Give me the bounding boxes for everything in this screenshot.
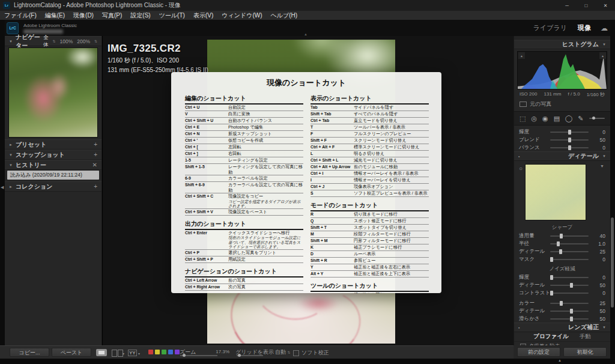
slider-track[interactable] [550,139,589,141]
slider-thumb[interactable] [570,317,573,321]
menu-item[interactable]: ウィンドウ(W) [217,11,266,20]
plus-icon[interactable]: + [94,141,97,148]
crop-overlay-icon[interactable]: ⬚ [520,115,526,123]
lens-tab-プロファイル[interactable]: プロファイル [533,333,568,341]
chevron-down-icon[interactable]: ▾ [123,351,124,356]
slider-track[interactable] [550,303,589,304]
left-collapse-arrow-icon[interactable]: ◀ [1,185,4,190]
lens-panel-header[interactable]: ▪ レンズ補正 ▼ [514,323,610,332]
slider-thumb[interactable] [559,249,562,254]
color-label-swatch[interactable] [155,350,160,354]
lens-tab-手動[interactable]: 手動 [580,333,591,341]
plus-icon[interactable]: + [94,183,97,190]
shortcuts-overlay-dialog[interactable]: 現像のショートカット 編集のショートカットCtrl + U自動設定V白黒に変換C… [171,72,441,293]
chevron-down-icon[interactable]: ▼ [600,164,604,168]
copy-button[interactable]: コピー... [10,348,49,357]
slider-thumb[interactable] [560,301,563,306]
graduated-filter-icon[interactable]: ▤ [554,115,560,123]
slider-thumb[interactable] [560,234,563,238]
close-icon[interactable]: ✕ [92,162,97,168]
color-label-swatch[interactable] [175,350,180,354]
soft-proof-checkbox[interactable] [293,350,299,356]
before-after-yy-icon[interactable]: YY [128,350,137,356]
menu-item[interactable]: 設定(S) [126,11,154,20]
panel-toggle-icon[interactable]: ▪ [518,326,520,330]
slider-track[interactable] [550,277,589,278]
slider-track[interactable] [550,235,589,237]
grid-opacity-slider[interactable] [237,355,263,356]
adjustment-brush-icon[interactable]: ✎ [578,115,583,123]
color-label-swatch[interactable] [162,350,166,354]
slider-thumb[interactable] [550,275,553,280]
right-panel-collapse-rail[interactable] [610,20,615,359]
original-photo-toggle[interactable]: 元の写真 [514,100,610,108]
slider-thumb[interactable] [557,241,560,246]
slider-track[interactable] [550,132,589,133]
before-after-view-icon[interactable] [112,350,123,357]
menu-item[interactable]: ヘルプ(H) [267,11,302,20]
slider-track[interactable] [550,311,589,312]
module-item[interactable]: ライブラリ [533,23,567,32]
slider-thumb[interactable] [570,309,573,314]
previous-settings-button[interactable]: 前の設定 [517,347,560,357]
panel-toggle-icon[interactable]: ▪ [518,154,520,159]
highlight-clipping-icon[interactable]: ▲ [599,52,606,59]
slider-thumb[interactable] [550,257,553,262]
right-panel-scrollbar[interactable] [611,217,614,308]
navigator-header[interactable]: ▼ ナビゲーター 全体⇅100%200%⇅ [5,36,101,46]
paste-button[interactable]: ペースト [52,348,91,357]
module-active[interactable]: 現像 [578,23,591,32]
slider-track[interactable] [550,251,589,252]
cloud-sync-icon[interactable]: ☁ [601,24,608,32]
red-eye-icon[interactable]: ◉ [542,115,548,123]
spot-removal-icon[interactable]: ◎ [531,115,537,123]
zoom-slider-thumb[interactable] [183,354,186,357]
menu-item[interactable]: ファイル(F) [0,11,41,20]
slider-track[interactable] [550,259,589,260]
histogram[interactable]: ▲ ▲ [517,51,607,89]
slider-thumb[interactable] [568,138,571,142]
brush-size-thumb[interactable] [592,117,595,120]
shadow-clipping-icon[interactable]: ▲ [518,52,525,59]
loupe-view-icon[interactable] [96,349,107,356]
chevron-down-icon[interactable]: ▾ [138,351,140,356]
sidebar-section-コレクション[interactable]: ►コレクション+ [5,181,101,192]
slider-thumb[interactable] [570,283,573,288]
slider-track[interactable] [550,293,589,294]
menu-item[interactable]: 編集(E) [41,11,69,20]
close-button[interactable]: ✕ [596,0,615,11]
slider-track[interactable] [550,318,589,320]
minimize-button[interactable]: ─ [557,0,577,11]
filmstrip-collapse-icon[interactable]: ▲ [558,359,562,362]
detail-panel-header[interactable]: ▪ ディテール ▼ [514,151,610,161]
slider-track[interactable] [550,285,589,286]
navigator-preview[interactable] [8,47,98,138]
menu-item[interactable]: 表示(V) [189,11,217,20]
slider-track[interactable] [550,243,589,244]
color-label-swatch[interactable] [148,350,153,354]
plus-icon[interactable]: + [94,151,97,158]
navigator-zoom-option[interactable]: 200% [77,38,90,44]
brush-size-slider[interactable] [589,118,605,119]
reset-button[interactable]: 初期化 [563,347,607,357]
slider-track[interactable] [550,147,589,148]
slider-thumb[interactable] [568,145,571,150]
detail-preview-image[interactable] [525,164,586,220]
color-label-swatch[interactable] [168,350,173,354]
slider-thumb[interactable] [550,291,553,296]
menu-item[interactable]: ツール(T) [155,11,189,20]
radial-filter-icon[interactable]: ◯ [565,115,572,123]
sidebar-section-ヒストリー[interactable]: ▼ヒストリー✕ [5,160,101,170]
menu-item[interactable]: 現像(D) [69,11,98,20]
navigator-zoom-option[interactable]: 100% [59,38,73,44]
menu-item[interactable]: 写真(P) [98,11,126,20]
soft-proof-toggle[interactable]: ソフト校正 [293,349,329,357]
grid-auto-label[interactable]: 自動 ⇅ [275,348,291,356]
history-item-selected[interactable]: 読み込み (2020/09/19 22:11:24) [7,171,99,180]
sidebar-section-スナップショット[interactable]: ▼スナップショット+ [5,150,101,160]
navigator-zoom-option[interactable]: 全体 [43,34,49,49]
grid-slider-thumb[interactable] [238,354,241,357]
sidebar-section-プリセット[interactable]: ►プリセット+ [5,139,101,150]
slider-thumb[interactable] [568,130,571,135]
histogram-header[interactable]: ヒストグラム ▼ [514,40,610,49]
